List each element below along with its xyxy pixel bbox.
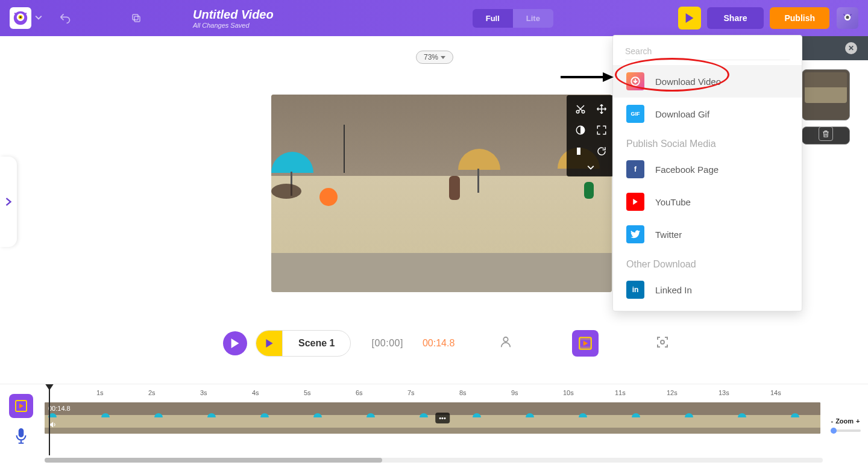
- close-panel-icon[interactable]: ✕: [845, 42, 857, 54]
- app-logo[interactable]: [10, 7, 31, 29]
- mode-toggle: Full Lite: [473, 9, 553, 28]
- time-end: 00:14.8: [423, 338, 454, 349]
- facebook-icon: f: [626, 160, 644, 178]
- clip-thumbnail: [98, 402, 151, 434]
- ruler-tick: 13s: [719, 389, 729, 396]
- scene-selector[interactable]: Scene 1: [256, 330, 351, 357]
- timeline-video-track-icon[interactable]: [9, 394, 33, 418]
- mode-full-button[interactable]: Full: [473, 9, 513, 28]
- person-icon[interactable]: [499, 335, 512, 351]
- clip-thumbnail: [151, 402, 204, 434]
- twitter-label: Twitter: [655, 229, 682, 240]
- preview-play-button[interactable]: [678, 7, 701, 30]
- clip-thumbnail: [204, 402, 257, 434]
- scene-thumbnail[interactable]: [802, 69, 850, 120]
- twitter-option[interactable]: Twitter: [613, 218, 802, 251]
- ruler-tick: 11s: [615, 389, 626, 396]
- dropdown-search-input[interactable]: [625, 43, 790, 60]
- zoom-slider[interactable]: [831, 429, 861, 432]
- clip-thumbnail: [363, 402, 416, 434]
- user-avatar[interactable]: [837, 7, 858, 29]
- time-start: [00:00]: [371, 338, 403, 349]
- video-preview[interactable]: [271, 95, 612, 292]
- youtube-option[interactable]: YouTube: [613, 186, 802, 218]
- facebook-label: Facebook Page: [655, 164, 719, 175]
- cut-tool-icon[interactable]: [570, 99, 590, 119]
- fit-tool-icon[interactable]: [591, 120, 611, 140]
- expand-sidebar-button[interactable]: [0, 157, 17, 247]
- ruler-tick: 2s: [148, 389, 156, 396]
- contrast-tool-icon[interactable]: [570, 120, 590, 140]
- zoom-in-label: +: [856, 417, 860, 425]
- twitter-icon: [626, 225, 644, 243]
- focus-icon[interactable]: [655, 335, 670, 352]
- clip-thumbnail: [522, 402, 575, 434]
- clip-thumbnail: [628, 402, 681, 434]
- timeline-audio-track-icon[interactable]: [13, 428, 29, 448]
- mask-tool-icon[interactable]: [570, 141, 590, 161]
- svg-rect-20: [19, 429, 23, 437]
- svg-point-18: [661, 340, 664, 344]
- ruler-tick: 5s: [304, 389, 311, 396]
- undo-button[interactable]: [57, 10, 74, 27]
- film-button[interactable]: [572, 330, 599, 357]
- playhead[interactable]: [45, 384, 54, 455]
- svg-point-14: [504, 337, 508, 342]
- save-status: All Changes Saved: [193, 22, 274, 29]
- ruler-tick: 6s: [356, 389, 363, 396]
- ruler-tick: 9s: [511, 389, 518, 396]
- ruler-tick: 8s: [459, 389, 467, 396]
- gif-icon: GIF: [626, 105, 644, 123]
- timeline-zoom-control[interactable]: - Zoom +: [831, 417, 860, 425]
- svg-point-3: [19, 16, 22, 19]
- publish-button[interactable]: Publish: [770, 7, 829, 29]
- copy-button[interactable]: [128, 10, 145, 27]
- svg-rect-4: [134, 16, 140, 22]
- play-all-button[interactable]: [223, 331, 247, 355]
- zoom-label: Zoom: [835, 417, 854, 425]
- download-gif-option[interactable]: GIF Download Gif: [613, 98, 802, 130]
- download-video-icon: [626, 72, 644, 90]
- clip-thumbnail: [734, 402, 787, 434]
- timeline-scrollbar[interactable]: [45, 458, 823, 464]
- scene-label: Scene 1: [283, 338, 350, 349]
- timeline-ruler[interactable]: 1s2s3s4s5s6s7s8s9s10s11s12s13s14s: [42, 384, 823, 400]
- youtube-icon: [626, 193, 644, 211]
- ruler-tick: 7s: [407, 389, 415, 396]
- svg-rect-5: [133, 14, 138, 20]
- clip-thumbnail: [469, 402, 522, 434]
- clip-thumbnail: [575, 402, 628, 434]
- mode-lite-button[interactable]: Lite: [513, 9, 553, 28]
- share-button[interactable]: Share: [707, 7, 764, 29]
- logo-dropdown[interactable]: [35, 13, 42, 23]
- delete-scene-button[interactable]: [802, 126, 850, 145]
- expand-tools-icon[interactable]: [570, 162, 611, 173]
- ruler-tick: 14s: [770, 389, 781, 396]
- zoom-value: 73%: [424, 53, 438, 61]
- svg-rect-11: [577, 148, 580, 155]
- youtube-label: YouTube: [655, 197, 691, 207]
- clip-thumbnail: [787, 402, 820, 434]
- download-video-option[interactable]: Download Video: [613, 65, 802, 98]
- linkedin-option[interactable]: in Linked In: [613, 273, 802, 306]
- ruler-tick: 4s: [252, 389, 259, 396]
- publish-dropdown: Download Video GIF Download Gif Publish …: [612, 35, 802, 311]
- clip-thumbnail: [310, 402, 363, 434]
- move-tool-icon[interactable]: [591, 99, 611, 119]
- trash-icon: [819, 126, 833, 141]
- facebook-option[interactable]: f Facebook Page: [613, 153, 802, 186]
- timeline-track-area[interactable]: 1s2s3s4s5s6s7s8s9s10s11s12s13s14s 00:14.…: [42, 384, 823, 465]
- ruler-tick: 1s: [96, 389, 104, 396]
- rotate-tool-icon[interactable]: [591, 141, 611, 161]
- zoom-out-label: -: [831, 417, 833, 425]
- ruler-tick: 12s: [667, 389, 678, 396]
- download-gif-label: Download Gif: [655, 109, 709, 119]
- canvas-zoom-dropdown[interactable]: 73%: [416, 51, 453, 64]
- video-clip[interactable]: 00:14.8 •••: [45, 402, 820, 434]
- project-title[interactable]: Untitled Video: [193, 8, 274, 22]
- svg-rect-17: [580, 346, 592, 349]
- clip-thumbnail: •••: [416, 402, 469, 434]
- ruler-tick: 10s: [563, 389, 574, 396]
- svg-rect-16: [580, 337, 592, 340]
- clip-menu-icon[interactable]: •••: [435, 413, 450, 423]
